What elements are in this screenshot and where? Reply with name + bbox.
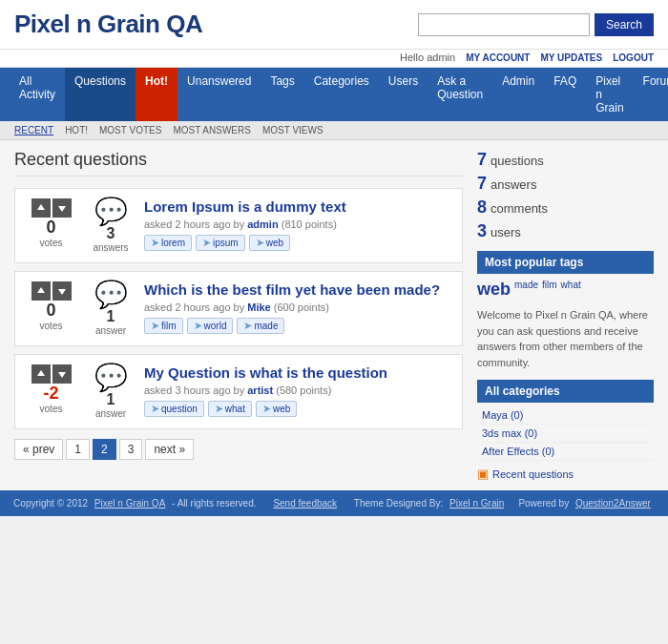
page-title: Recent questions	[14, 150, 463, 177]
upvote-icon[interactable]	[31, 198, 51, 218]
vote-count: -2	[43, 384, 58, 404]
popular-tag-film[interactable]: film	[542, 280, 557, 300]
question-meta: asked 2 hours ago by Mike (600 points)	[144, 301, 452, 313]
tag[interactable]: ➤web	[256, 401, 297, 417]
footer-powered-link[interactable]: Question2Answer	[575, 498, 651, 509]
question-item: -2 votes 💬 1 answer My Question is what …	[14, 354, 463, 429]
nav-item-pixel-n-grain[interactable]: Pixel n Grain	[586, 68, 633, 121]
nav-item-categories[interactable]: Categories	[304, 68, 379, 121]
content-area: Recent questions 0 votes 💬 3 a	[0, 140, 668, 490]
tag[interactable]: ➤world	[187, 318, 234, 334]
subnav-item-most-answers[interactable]: MOST ANSWERS	[173, 125, 251, 135]
upvote-icon[interactable]	[31, 364, 51, 384]
pagination-page-3[interactable]: 3	[119, 439, 143, 460]
main-nav: All ActivityQuestionsHot!UnansweredTagsC…	[0, 68, 668, 121]
footer-copyright: Copyright © 2012	[13, 498, 88, 509]
my-updates-link[interactable]: MY UPDATES	[541, 52, 603, 63]
footer-theme-text: Theme Designed By:	[354, 498, 443, 509]
downvote-icon[interactable]	[52, 281, 72, 301]
popular-tags: webmadefilmwhat	[477, 280, 654, 300]
nav-item-unanswered[interactable]: Unanswered	[177, 68, 261, 121]
user-nav: Hello admin MY ACCOUNT MY UPDATES LOGOUT	[0, 50, 668, 68]
subnav-item-most-votes[interactable]: MOST VOTES	[99, 125, 161, 135]
question-title[interactable]: Which is the best film yet have been mad…	[144, 281, 452, 298]
sidebar-stat-questions: 7questions	[477, 150, 654, 170]
logout-link[interactable]: LOGOUT	[613, 52, 654, 63]
question-meta: asked 2 hours ago by admin (810 points)	[144, 218, 452, 230]
footer-powered-text: Powered by	[518, 498, 569, 509]
site-title: Pixel n Grain QA	[14, 10, 202, 39]
answers-block: 💬 1 answer	[87, 281, 135, 336]
nav-item-ask-a-question[interactable]: Ask a Question	[428, 68, 492, 121]
question-author[interactable]: artist	[247, 384, 273, 396]
subnav-item-recent[interactable]: RECENT	[14, 125, 53, 135]
question-author[interactable]: Mike	[247, 301, 270, 313]
stat-count: 3	[477, 221, 487, 240]
nav-item-tags[interactable]: Tags	[261, 68, 303, 121]
tag[interactable]: ➤made	[237, 318, 284, 334]
popular-tag-what[interactable]: what	[561, 280, 581, 300]
pagination-prev[interactable]: « prev	[14, 439, 63, 460]
sidebar-stat-users: 3users	[477, 221, 654, 241]
svg-marker-0	[37, 204, 45, 210]
downvote-icon[interactable]	[52, 364, 72, 384]
pagination: « prev123next »	[14, 439, 463, 460]
tag[interactable]: ➤lorem	[144, 235, 192, 251]
question-item: 0 votes 💬 1 answer Which is the best fil…	[14, 271, 463, 346]
tag-icon: ➤	[151, 403, 159, 415]
downvote-icon[interactable]	[52, 198, 72, 218]
search-button[interactable]: Search	[595, 13, 654, 36]
pagination-page-2[interactable]: 2	[93, 439, 116, 460]
category-item[interactable]: After Effects (0)	[477, 443, 654, 461]
sidebar-stat-comments: 8comments	[477, 197, 654, 218]
tag[interactable]: ➤what	[208, 401, 252, 417]
sidebar-stat-answers: 7answers	[477, 174, 654, 194]
answer-count: 1	[107, 308, 115, 325]
popular-tag-made[interactable]: made	[514, 280, 538, 300]
vote-count: 0	[46, 301, 55, 321]
answer-icon: 💬	[94, 281, 128, 308]
vote-box: -2 votes	[31, 364, 72, 414]
nav-item-forums[interactable]: Forums	[634, 68, 668, 121]
tag[interactable]: ➤question	[144, 401, 204, 417]
question-title[interactable]: Lorem Ipsum is a dummy text	[144, 198, 452, 215]
answer-icon: 💬	[94, 198, 128, 225]
sub-nav: RECENTHOT!MOST VOTESMOST ANSWERSMOST VIE…	[0, 121, 668, 140]
category-item[interactable]: Maya (0)	[477, 406, 654, 425]
sidebar: 7questions7answers8comments3users Most p…	[477, 150, 654, 481]
upvote-icon[interactable]	[31, 281, 51, 301]
svg-marker-1	[58, 206, 66, 212]
pagination-page-1[interactable]: 1	[66, 439, 90, 460]
recent-questions-label: Recent questions	[492, 468, 574, 480]
nav-item-all-activity[interactable]: All Activity	[10, 68, 65, 121]
vote-label: votes	[40, 404, 63, 414]
tag[interactable]: ➤ipsum	[196, 235, 245, 251]
recent-questions-link[interactable]: ▣ Recent questions	[477, 467, 654, 481]
search-input[interactable]	[418, 13, 590, 36]
nav-item-users[interactable]: Users	[379, 68, 428, 121]
answers-block: 💬 3 answers	[87, 198, 135, 253]
tag[interactable]: ➤web	[249, 235, 290, 251]
footer-theme-link[interactable]: Pixel n Grain	[449, 498, 504, 509]
answer-label: answers	[93, 242, 128, 253]
subnav-item-most-views[interactable]: MOST VIEWS	[262, 125, 324, 135]
subnav-item-hot-[interactable]: HOT!	[65, 125, 88, 135]
vote-icons	[31, 281, 72, 301]
my-account-link[interactable]: MY ACCOUNT	[466, 52, 530, 63]
nav-item-questions[interactable]: Questions	[65, 68, 136, 121]
nav-item-hot-[interactable]: Hot!	[136, 68, 177, 121]
category-item[interactable]: 3ds max (0)	[477, 425, 654, 443]
pagination-next[interactable]: next »	[145, 439, 194, 460]
footer-feedback-link[interactable]: Send feedback	[273, 498, 337, 509]
answer-box: 💬 3 answers	[93, 198, 128, 253]
nav-item-admin[interactable]: Admin	[492, 68, 544, 121]
footer-site-link[interactable]: Pixel n Grain QA	[94, 498, 165, 509]
tag[interactable]: ➤film	[144, 318, 183, 334]
question-title[interactable]: My Question is what is the question	[144, 364, 452, 381]
tag-icon: ➤	[256, 237, 264, 249]
question-author[interactable]: admin	[247, 218, 278, 230]
questions-list: 0 votes 💬 3 answers Lorem Ipsum is a dum…	[14, 188, 463, 429]
nav-item-faq[interactable]: FAQ	[544, 68, 586, 121]
answer-icon: 💬	[94, 364, 128, 391]
popular-tag-web[interactable]: web	[477, 280, 511, 300]
